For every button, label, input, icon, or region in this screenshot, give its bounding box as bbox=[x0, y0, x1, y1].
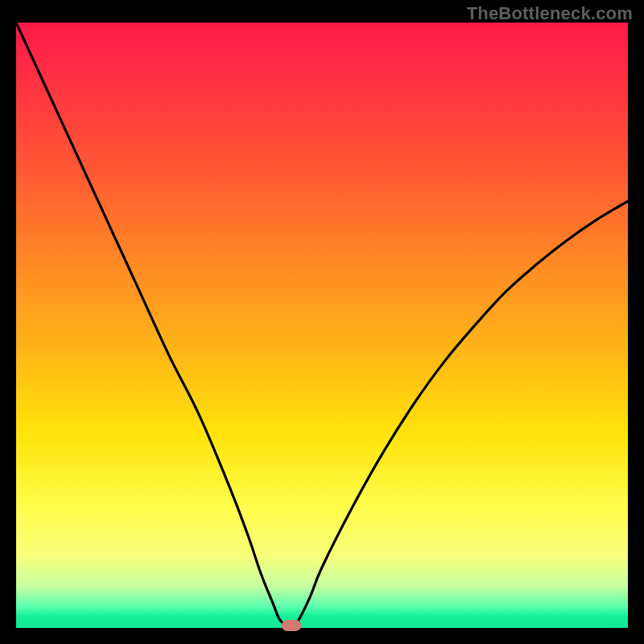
curve-svg bbox=[16, 23, 628, 628]
chart-frame: TheBottleneck.com bbox=[0, 0, 644, 644]
plot-area bbox=[16, 23, 628, 628]
optimal-point-marker bbox=[282, 620, 301, 631]
watermark-text: TheBottleneck.com bbox=[467, 3, 633, 24]
bottleneck-curve-path bbox=[16, 23, 628, 628]
